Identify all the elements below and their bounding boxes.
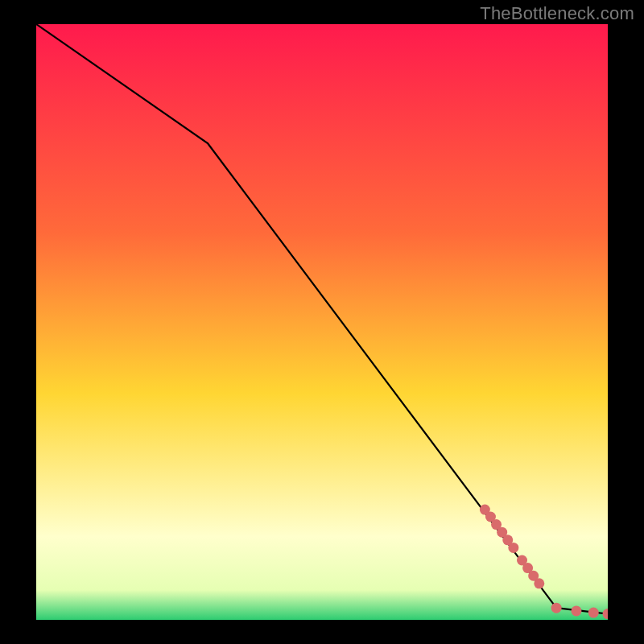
data-marker (571, 605, 581, 616)
chart-svg (36, 24, 608, 620)
data-marker (551, 603, 562, 613)
data-marker (588, 608, 599, 618)
watermark-text: TheBottleneck.com (480, 3, 634, 24)
plot-area (36, 24, 608, 620)
gradient-background (36, 24, 608, 620)
chart-frame: TheBottleneck.com (0, 0, 644, 644)
data-marker (534, 578, 544, 588)
data-marker (508, 543, 518, 553)
